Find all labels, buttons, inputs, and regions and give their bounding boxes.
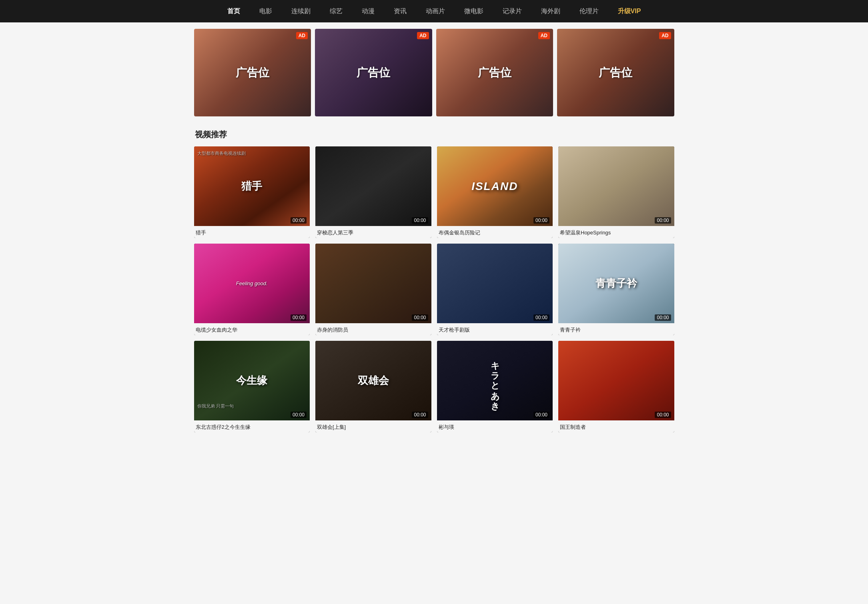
video-card-v8[interactable]: 青青子衿00:00青青子衿 — [558, 244, 674, 335]
duration-badge-v6: 00:00 — [412, 314, 428, 321]
thumb-overlay-v1: 猎手 — [194, 146, 310, 226]
thumb-text-zhv-v8: 青青子衿 — [595, 277, 637, 290]
thumb-bg-v7 — [437, 244, 553, 323]
ad-badge-1: AD — [296, 32, 308, 39]
ad-label-2: 广告位 — [357, 65, 390, 80]
duration-badge-v12: 00:00 — [655, 412, 671, 418]
video-card-v2[interactable]: 00:00穿梭恋人第三季 — [315, 146, 431, 238]
ad-card-2[interactable]: 广告位AD — [315, 29, 432, 116]
nav-link-variety[interactable]: 综艺 — [330, 8, 343, 14]
nav-link-drama[interactable]: 连续剧 — [291, 8, 311, 14]
video-card-v11[interactable]: キラとあき00:00彬与瑛 — [437, 341, 553, 432]
nav-link-news[interactable]: 资讯 — [394, 8, 407, 14]
thumb-overlay-v5: Feeling good. — [194, 244, 310, 323]
video-title-v10: 双雄会[上集] — [315, 420, 431, 432]
thumb-overlay-v8: 青青子衿 — [558, 244, 674, 323]
nav-item-doc[interactable]: 记录片 — [503, 7, 522, 16]
nav-item-anime[interactable]: 动漫 — [362, 7, 375, 16]
duration-badge-v4: 00:00 — [655, 217, 671, 224]
video-title-v1: 猎手 — [194, 226, 310, 238]
nav-item-vip[interactable]: 升级VIP — [618, 7, 641, 16]
duration-badge-v11: 00:00 — [533, 412, 549, 418]
ad-bg-3: 广告位 — [436, 29, 553, 116]
video-card-v7[interactable]: 00:00天才枪手剧版 — [437, 244, 553, 335]
nav-link-short[interactable]: 微电影 — [464, 8, 483, 14]
video-card-v3[interactable]: ISLAND00:00布偶金银岛历险记 — [437, 146, 553, 238]
nav-item-adult[interactable]: 伦理片 — [579, 7, 599, 16]
duration-badge-v9: 00:00 — [291, 412, 307, 418]
thumb-overlay-v10: 双雄会 — [315, 341, 431, 420]
nav-link-home[interactable]: 首页 — [227, 8, 240, 14]
thumb-overlay-v3: ISLAND — [437, 146, 553, 226]
thumb-text-zh-v10: 双雄会 — [358, 374, 389, 387]
video-title-v8: 青青子衿 — [558, 323, 674, 335]
video-thumb-v4: 00:00 — [558, 146, 674, 226]
nav-link-overseas[interactable]: 海外剧 — [541, 8, 560, 14]
ad-label-3: 广告位 — [478, 65, 511, 80]
video-title-v12: 国王制造者 — [558, 420, 674, 432]
nav-item-overseas[interactable]: 海外剧 — [541, 7, 560, 16]
duration-badge-v7: 00:00 — [533, 314, 549, 321]
thumb-text-zh-v1: 猎手 — [241, 180, 262, 192]
video-card-v12[interactable]: 00:00国王制造者 — [558, 341, 674, 432]
duration-badge-v10: 00:00 — [412, 412, 428, 418]
video-thumb-v7: 00:00 — [437, 244, 553, 323]
video-thumb-v8: 青青子衿00:00 — [558, 244, 674, 323]
thumb-bg-v12 — [558, 341, 674, 420]
video-title-v4: 希望温泉HopeSprings — [558, 226, 674, 238]
ad-badge-4: AD — [659, 32, 671, 39]
ad-card-1[interactable]: 广告位AD — [194, 29, 311, 116]
video-grid: 猎手大型都市商务电视连续剧00:00猎手00:00穿梭恋人第三季ISLAND00… — [194, 146, 674, 432]
ad-label-4: 广告位 — [599, 65, 632, 80]
ad-badge-2: AD — [417, 32, 429, 39]
thumb-bg-v4 — [558, 146, 674, 226]
thumb-text-zh-v9: 今生缘 — [236, 374, 267, 387]
thumb-corner-text-v9: 你我兄弟 只需一句 — [197, 403, 234, 409]
video-title-v9: 东北古惑仔2之今生生缘 — [194, 420, 310, 432]
nav-link-movie[interactable]: 电影 — [259, 8, 272, 14]
nav-item-cartoon[interactable]: 动画片 — [426, 7, 445, 16]
thumb-text-ja-v11: キラとあき — [489, 356, 501, 406]
video-card-v6[interactable]: 00:00赤身的消防员 — [315, 244, 431, 335]
video-thumb-v11: キラとあき00:00 — [437, 341, 553, 420]
video-title-v6: 赤身的消防员 — [315, 323, 431, 335]
video-card-v4[interactable]: 00:00希望温泉HopeSprings — [558, 146, 674, 238]
nav-item-variety[interactable]: 综艺 — [330, 7, 343, 16]
ad-bg-4: 广告位 — [557, 29, 674, 116]
ad-badge-3: AD — [538, 32, 550, 39]
ad-bg-2: 广告位 — [315, 29, 432, 116]
ad-card-3[interactable]: 广告位AD — [436, 29, 553, 116]
video-title-v7: 天才枪手剧版 — [437, 323, 553, 335]
nav-link-anime[interactable]: 动漫 — [362, 8, 375, 14]
nav-item-home[interactable]: 首页 — [227, 7, 240, 16]
video-title-v11: 彬与瑛 — [437, 420, 553, 432]
nav-link-adult[interactable]: 伦理片 — [579, 8, 599, 14]
video-title-v2: 穿梭恋人第三季 — [315, 226, 431, 238]
ad-row: 广告位AD广告位AD广告位AD广告位AD — [194, 29, 674, 116]
video-title-v3: 布偶金银岛历险记 — [437, 226, 553, 238]
duration-badge-v2: 00:00 — [412, 217, 428, 224]
duration-badge-v1: 00:00 — [291, 217, 307, 224]
section-title: 视频推荐 — [194, 129, 674, 140]
duration-badge-v5: 00:00 — [291, 314, 307, 321]
video-thumb-v6: 00:00 — [315, 244, 431, 323]
nav-item-movie[interactable]: 电影 — [259, 7, 272, 16]
thumb-bg-v2 — [315, 146, 431, 226]
video-card-v10[interactable]: 双雄会00:00双雄会[上集] — [315, 341, 431, 432]
nav-item-news[interactable]: 资讯 — [394, 7, 407, 16]
video-card-v1[interactable]: 猎手大型都市商务电视连续剧00:00猎手 — [194, 146, 310, 238]
nav-item-short[interactable]: 微电影 — [464, 7, 483, 16]
nav-link-cartoon[interactable]: 动画片 — [426, 8, 445, 14]
thumb-subtext-v1: 大型都市商务电视连续剧 — [197, 150, 246, 156]
nav-link-doc[interactable]: 记录片 — [503, 8, 522, 14]
ad-card-4[interactable]: 广告位AD — [557, 29, 674, 116]
video-thumb-v10: 双雄会00:00 — [315, 341, 431, 420]
video-card-v5[interactable]: Feeling good.00:00电缆少女血肉之华 — [194, 244, 310, 335]
duration-badge-v3: 00:00 — [533, 217, 549, 224]
video-thumb-v12: 00:00 — [558, 341, 674, 420]
nav-item-drama[interactable]: 连续剧 — [291, 7, 311, 16]
nav-link-vip[interactable]: 升级VIP — [618, 8, 641, 14]
video-card-v9[interactable]: 今生缘你我兄弟 只需一句00:00东北古惑仔2之今生生缘 — [194, 341, 310, 432]
thumb-text-en-v5: Feeling good. — [236, 280, 268, 286]
thumb-overlay-v11: キラとあき — [437, 341, 553, 420]
